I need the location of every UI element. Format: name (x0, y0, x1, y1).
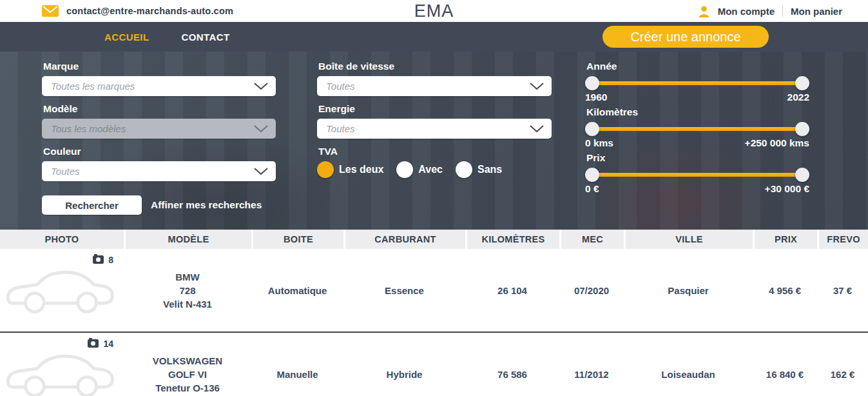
chevron-down-icon (254, 168, 268, 175)
carburant-cell: Essence (343, 249, 465, 332)
chevron-down-icon (254, 83, 268, 90)
model-name: GOLF VI (168, 368, 207, 381)
annee-min-handle[interactable] (585, 76, 599, 90)
results-table-header: PHOTO MODÈLE BOITE CARBURANT KILOMÈTRES … (0, 230, 868, 249)
my-account-link[interactable]: Mon compte (718, 6, 775, 17)
tva-radio-sans[interactable] (456, 161, 472, 178)
annee-max-handle[interactable] (795, 76, 809, 90)
refine-search-link[interactable]: Affiner mes recherches (151, 199, 262, 211)
kilometres-min-handle[interactable] (585, 122, 599, 136)
create-listing-button[interactable]: Créer une annonce (603, 26, 769, 48)
ville-cell: Loiseaudan (624, 333, 753, 396)
tva-radio-les-deux-label[interactable]: Les deux (339, 164, 383, 175)
energie-select-value: Toutes (326, 123, 354, 134)
filter-column-right: Année 1960 2022 Kilomètres 0 kms +250 00… (585, 61, 809, 198)
nav-links: ACCUEIL CONTACT (0, 32, 229, 43)
nav-item-accueil[interactable]: ACCUEIL (104, 32, 149, 43)
carburant-cell: Hybride (343, 333, 465, 396)
photo-cell: 14 (0, 333, 124, 396)
model-cell: VOLKSWAGEN GOLF VI Tenetur O-136 (124, 333, 251, 396)
boite-cell: Automatique (251, 249, 343, 332)
col-header-mec: MEC (559, 230, 624, 249)
kilometres-label: Kilomètres (586, 106, 809, 119)
tva-radio-sans-label[interactable]: Sans (477, 164, 502, 175)
photo-cell: 8 (0, 249, 124, 332)
car-placeholder-icon (5, 264, 116, 315)
chevron-down-icon (530, 83, 544, 90)
energie-select[interactable]: Toutes (317, 119, 552, 139)
car-placeholder-icon (5, 348, 116, 396)
kilometres-min-value: 0 kms (585, 137, 613, 149)
model-cell: BMW 728 Velit N-431 (124, 249, 251, 332)
col-header-photo: PHOTO (0, 230, 124, 249)
top-bar: contact@entre-marchands-auto.com EMA Mon… (0, 0, 868, 22)
prix-min-value: 0 € (585, 183, 599, 195)
energie-label: Energie (318, 103, 552, 115)
divider (782, 5, 783, 17)
mec-cell: 11/2012 (559, 333, 624, 396)
photo-count: 14 (103, 339, 113, 349)
chevron-down-icon (254, 125, 268, 132)
tva-radio-avec[interactable] (396, 161, 413, 178)
col-header-prix: PRIX (753, 230, 817, 249)
prix-label: Prix (586, 152, 809, 164)
boite-select-value: Toutes (326, 81, 354, 92)
boite-cell: Manuelle (251, 333, 343, 396)
marque-select-value: Toutes les marques (51, 81, 135, 92)
model-version: Tenetur O-136 (155, 381, 220, 395)
model-version: Velit N-431 (163, 297, 212, 311)
kilometres-range-slider[interactable] (585, 122, 809, 136)
annee-range-slider[interactable] (585, 76, 809, 90)
my-cart-link[interactable]: Mon panier (791, 6, 842, 17)
search-filter-panel: Marque Toutes les marques Modèle Tous le… (0, 52, 868, 230)
col-header-kilometres: KILOMÈTRES (465, 230, 559, 249)
photo-count: 8 (108, 255, 113, 265)
ville-cell: Pasquier (624, 249, 753, 332)
prix-max-handle[interactable] (795, 168, 809, 182)
camera-icon (88, 339, 99, 348)
filter-column-middle: Boîte de vitesse Toutes Energie Toutes T… (317, 61, 552, 178)
tva-radio-avec-label[interactable]: Avec (418, 164, 443, 175)
search-button[interactable]: Rechercher (42, 195, 142, 215)
account-links: Mon compte Mon panier (698, 5, 842, 17)
annee-min-value: 1960 (585, 92, 607, 103)
filter-column-left: Marque Toutes les marques Modèle Tous le… (42, 61, 276, 215)
chevron-down-icon (530, 125, 544, 132)
couleur-label: Couleur (43, 146, 276, 158)
tva-radio-les-deux[interactable] (317, 161, 334, 178)
col-header-boite: BOITE (251, 230, 343, 249)
modele-select[interactable]: Tous les modèles (42, 119, 276, 139)
model-make: VOLKSWAGEN (153, 354, 222, 368)
user-icon (698, 5, 710, 17)
slider-track[interactable] (592, 81, 802, 85)
mec-cell: 07/2020 (559, 249, 624, 332)
frevo-cell: 37 € (817, 249, 868, 332)
slider-track[interactable] (592, 173, 802, 177)
boite-select[interactable]: Toutes (317, 76, 552, 96)
camera-icon (93, 255, 104, 264)
kilometres-max-handle[interactable] (795, 122, 809, 136)
marque-label: Marque (43, 61, 276, 73)
marque-select[interactable]: Toutes les marques (42, 76, 276, 96)
couleur-select-value: Toutes (51, 166, 79, 177)
tva-radio-group: Les deux Avec Sans (317, 161, 552, 178)
table-row[interactable]: 14 VOLKSWAGEN GOLF VI Tenetur O-136 Manu… (0, 333, 868, 396)
model-name: 728 (179, 284, 195, 297)
prix-range-slider[interactable] (585, 168, 809, 182)
kilometres-cell: 26 104 (465, 249, 559, 332)
prix-cell: 16 840 € (753, 333, 817, 396)
prix-min-handle[interactable] (585, 168, 599, 182)
col-header-carburant: CARBURANT (343, 230, 465, 249)
couleur-select[interactable]: Toutes (42, 161, 276, 181)
table-row[interactable]: 8 BMW 728 Velit N-431 Automatique Essenc… (0, 249, 868, 333)
kilometres-cell: 76 586 (465, 333, 559, 396)
modele-select-value: Tous les modèles (51, 123, 126, 134)
nav-item-contact[interactable]: CONTACT (181, 32, 229, 43)
annee-label: Année (586, 61, 809, 73)
slider-track[interactable] (592, 127, 802, 131)
tva-label: TVA (318, 146, 552, 158)
col-header-modele: MODÈLE (124, 230, 251, 249)
prix-cell: 4 956 € (753, 249, 817, 332)
modele-label: Modèle (43, 103, 276, 115)
prix-max-value: +30 000 € (765, 183, 809, 195)
